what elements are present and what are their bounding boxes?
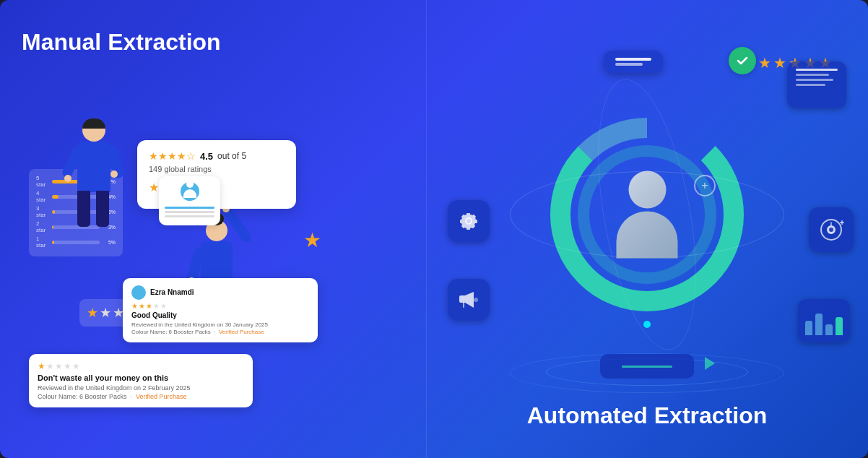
- star-1: ★: [149, 181, 159, 194]
- check-svg: [736, 54, 749, 67]
- bar-label-2: 2 star: [36, 220, 49, 233]
- profile-text-lines: [165, 204, 214, 220]
- mini-star-2: ★: [139, 302, 145, 310]
- mini-review-header: Ezra Nnamdi: [131, 285, 309, 300]
- illustration-area: 5 star 72% 4 star 14% 3 star: [22, 111, 419, 415]
- chat-lines: [615, 58, 651, 66]
- neg-star-1: ★: [38, 361, 45, 371]
- mini-review-title: Good Quality: [131, 311, 309, 319]
- verified-badge: Verified Purchase: [219, 329, 264, 335]
- negative-review-card: ★ ★ ★ ★ ★ Don't waste all your money on …: [29, 354, 253, 408]
- bar-fill-1: [52, 241, 54, 244]
- right-panel-title: Automated Extraction: [527, 402, 767, 429]
- char-left-body: [77, 142, 110, 192]
- top-star-1: ★: [758, 54, 771, 72]
- main-container: Manual Extraction 5 star 72% 4 star 14%: [0, 0, 868, 458]
- bottom-bar-line: [622, 366, 672, 368]
- mini-reviewer-name: Ezra Nnamdi: [150, 288, 194, 296]
- plus-circle-icon: +: [694, 175, 716, 196]
- chart-bar-4: [836, 317, 843, 335]
- chart-bar-2: [815, 314, 823, 335]
- right-panel: ★ ★ ★ ★ ★: [426, 0, 868, 458]
- mini-review-meta: Reviewed in the United Kingdom on 30 Jan…: [131, 321, 309, 329]
- char-left-hair: [82, 118, 105, 129]
- list-line-1: [796, 69, 838, 71]
- person-figure: [617, 171, 678, 259]
- neg-star-4: ★: [64, 361, 71, 371]
- mini-reviewer-avatar: [131, 285, 146, 300]
- list-line-4: [796, 84, 825, 86]
- chat-line-2: [615, 63, 643, 66]
- char-left-leg-r: [96, 191, 109, 227]
- megaphone-svg: [458, 289, 479, 311]
- chart-bar-3: [825, 324, 833, 335]
- star-hand: ★: [303, 228, 321, 252]
- neg-star-3: ★: [55, 361, 63, 371]
- global-ratings: 149 global ratings: [149, 165, 285, 173]
- profile-avatar-icon: [181, 182, 199, 201]
- gear-icon-svg: [457, 209, 480, 233]
- bar-label-1: 1 star: [36, 236, 49, 249]
- left-panel-title: Manual Extraction: [22, 29, 404, 56]
- negative-review-title: Don't waste all your money on this: [38, 373, 244, 382]
- char-left-leg-l: [77, 191, 90, 227]
- indicator-dot: [643, 321, 651, 328]
- arrow-right-icon: [705, 357, 715, 370]
- bar-label-3: 3 star: [36, 205, 49, 218]
- bar-fill-4: [52, 195, 58, 199]
- chat-bubble-float: [604, 51, 663, 73]
- profile-card-white: [159, 176, 220, 225]
- list-line-3: [796, 79, 833, 81]
- list-icon-float: [787, 61, 846, 108]
- list-lines: [796, 69, 838, 86]
- negative-review-meta2: Colour Name: 6 Booster Packs · Verified …: [38, 393, 244, 400]
- chart-icon-float: [798, 299, 850, 342]
- rating-value: 4.5: [200, 151, 213, 162]
- eye-icon-float: [809, 207, 854, 252]
- bar-fill-3: [52, 210, 55, 214]
- mini-star-4: ★: [153, 302, 160, 310]
- megaphone-icon-float: [448, 279, 490, 321]
- gear-icon-float: [448, 200, 490, 242]
- mini-review-stars: ★ ★ ★ ★ ★: [131, 302, 309, 310]
- auto-extraction-area: ★ ★ ★ ★ ★: [426, 29, 868, 400]
- neg-star-2: ★: [46, 361, 54, 371]
- profile-line-2: [165, 211, 214, 213]
- neg-verified-badge: Verified Purchase: [136, 393, 187, 400]
- check-icon-float: [729, 47, 756, 74]
- chart-bar-1: [805, 321, 812, 335]
- float-star-2: ★: [100, 305, 111, 321]
- character-left: [61, 118, 126, 256]
- stars-orange: ★★★★☆: [149, 150, 196, 162]
- bar-label-4: 4 star: [36, 190, 49, 203]
- bar-label-5: 5 star: [36, 175, 49, 188]
- negative-stars-row: ★ ★ ★ ★ ★: [38, 361, 244, 371]
- float-star-1: ★: [87, 305, 98, 321]
- person-head: [628, 171, 666, 209]
- plus-symbol: +: [701, 180, 708, 191]
- person-body: [617, 212, 678, 259]
- char-left-hand-r: [110, 170, 118, 178]
- mini-review-meta2: Colour Name: 6 Booster Packs · Verified …: [131, 329, 309, 335]
- neg-star-5: ★: [72, 361, 80, 371]
- mini-star-3: ★: [146, 302, 152, 310]
- profile-line-3: [165, 215, 214, 217]
- mini-review-card: Ezra Nnamdi ★ ★ ★ ★ ★ Good Quality Revie…: [123, 278, 318, 342]
- char-left-hand-l: [64, 175, 71, 182]
- bottom-bar-float: [600, 354, 694, 379]
- left-panel: Manual Extraction 5 star 72% 4 star 14%: [0, 0, 426, 458]
- out-of-text: out of 5: [217, 151, 246, 161]
- svg-point-0: [474, 298, 478, 302]
- donut-wrapper: [546, 113, 748, 316]
- bar-fill-2: [52, 225, 53, 229]
- chat-line-1: [615, 58, 651, 61]
- mini-star-5: ★: [160, 302, 167, 310]
- list-line-2: [796, 74, 829, 76]
- top-star-2: ★: [773, 54, 786, 72]
- svg-point-3: [829, 228, 833, 232]
- mini-star-1: ★: [131, 302, 138, 310]
- avatar-head: [186, 181, 194, 188]
- profile-line-1: [165, 207, 214, 209]
- eye-svg: [818, 217, 844, 243]
- avatar-body: [183, 189, 196, 198]
